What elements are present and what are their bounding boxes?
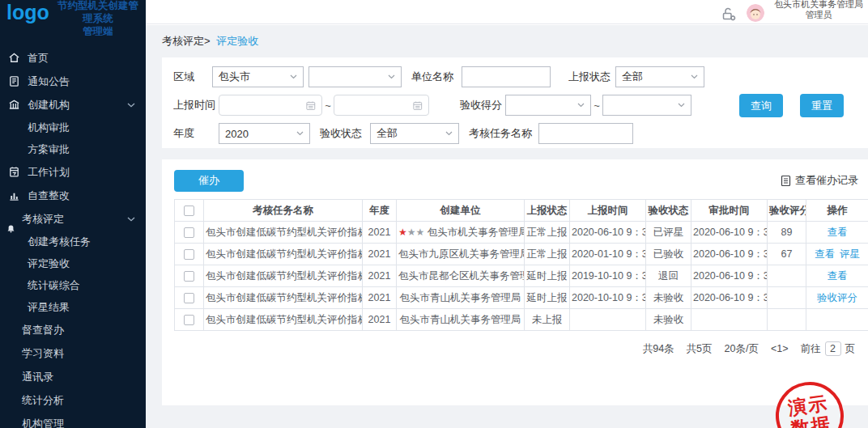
user-role: 管理员	[774, 10, 863, 20]
row-checkbox-cell	[175, 309, 204, 331]
sidebar-item-label: 考核评定	[22, 212, 64, 227]
report-time-from[interactable]	[219, 95, 322, 116]
report-time-to[interactable]	[334, 95, 429, 116]
unit-name-input[interactable]	[468, 67, 544, 87]
action-link[interactable]: 查看	[828, 227, 848, 238]
pagination-pager[interactable]: <1>	[771, 343, 789, 354]
sidebar-item-9[interactable]: 评定验收	[0, 252, 146, 274]
jump-suffix: 页	[845, 342, 856, 356]
tilde: ~	[322, 100, 334, 112]
year-cell: 2021	[363, 222, 397, 244]
score-cell	[768, 265, 806, 287]
region-label: 区域	[173, 70, 212, 84]
sidebar-item-5[interactable]: 工作计划	[0, 160, 146, 184]
chevron-down-icon	[388, 74, 395, 79]
year-cell: 2021	[363, 287, 397, 309]
sidebar-item-1[interactable]: 通知公告	[0, 70, 146, 93]
action-cell	[806, 309, 868, 331]
table-row: 包头市创建低碳节约型机关评价指标2021包头市青山机关事务管理局未上报未验收	[175, 309, 868, 331]
chevron-down-icon	[290, 74, 297, 79]
sidebar-item-14[interactable]: 通讯录	[0, 365, 146, 388]
pagination-total: 共94条	[643, 342, 674, 356]
action-link[interactable]: 查看	[815, 248, 835, 260]
task-name-cell: 包头市创建低碳节约型机关评价指标	[204, 244, 363, 265]
row-checkbox[interactable]	[184, 227, 194, 238]
sidebar-item-13[interactable]: 学习资料	[0, 341, 146, 365]
audit-time-cell: 2020-06-10 9：30	[691, 244, 768, 265]
row-checkbox[interactable]	[184, 249, 194, 260]
sidebar-item-6[interactable]: 自查整改	[0, 184, 146, 207]
report-status-cell: 延时上报	[525, 265, 570, 287]
sidebar-item-label: 机构管理	[22, 417, 64, 428]
reset-button[interactable]: 重置	[800, 94, 844, 117]
sidebar-item-15[interactable]: 统计分析	[0, 388, 146, 412]
report-time-cell: 2020-01-10 9：30	[570, 244, 646, 265]
sidebar-item-7[interactable]: 考核评定	[0, 207, 146, 231]
year-select-value: 2020	[225, 128, 249, 140]
sidebar-item-label: 学习资料	[22, 346, 64, 361]
table-row: 包头市创建低碳节约型机关评价指标2021包头市九原区机关事务管理局正常上报202…	[175, 244, 868, 265]
action-link[interactable]: 评星	[840, 248, 860, 260]
year-cell: 2021	[363, 309, 397, 331]
user-info[interactable]: 包头市机关事务管理局 管理员	[774, 0, 863, 20]
accept-status-cell: 已评星	[646, 222, 691, 244]
sidebar-item-3[interactable]: 机构审批	[0, 117, 146, 138]
sidebar-item-11[interactable]: 评星结果	[0, 296, 146, 318]
task-name-input[interactable]	[545, 124, 627, 143]
column-header-3: 创建单位	[397, 200, 525, 222]
region2-select[interactable]	[308, 66, 402, 87]
unit-name-input-wrap	[462, 66, 551, 87]
report-status-cell: 延时上报	[525, 287, 570, 309]
jump-prefix: 前往	[801, 342, 821, 356]
sidebar-item-10[interactable]: 统计碳综合	[0, 274, 146, 296]
app-title: 节约型机关创建管理系统 管理端	[53, 0, 143, 36]
row-checkbox-cell	[175, 222, 204, 244]
urge-button[interactable]: 催办	[174, 170, 244, 192]
score-from-select[interactable]	[505, 95, 591, 116]
sidebar-item-8[interactable]: 创建考核任务	[0, 231, 146, 252]
logo: logo	[6, 2, 49, 23]
jump-page-input[interactable]: 2	[825, 341, 841, 356]
report-status-cell: 正常上报	[525, 222, 570, 244]
user-avatar[interactable]	[747, 4, 764, 22]
main-content: 考核评定> 评定验收 区域 包头市 单位名称 上报状态 全部	[146, 25, 868, 428]
report-time-from-input[interactable]	[225, 95, 306, 115]
action-link[interactable]: 验收评分	[817, 292, 857, 303]
row-checkbox[interactable]	[184, 315, 194, 325]
report-time-to-input[interactable]	[340, 95, 413, 115]
view-urge-records-link[interactable]: 查看催办记录	[780, 173, 858, 188]
query-button[interactable]: 查询	[739, 94, 783, 117]
sidebar-item-12[interactable]: 督查督办	[0, 318, 146, 341]
report-status-select[interactable]: 全部	[615, 66, 704, 87]
sidebar-item-label: 评定验收	[28, 256, 70, 271]
report-status-cell: 未上报	[525, 309, 570, 331]
lock-gear-icon[interactable]	[721, 6, 737, 22]
row-checkbox[interactable]	[184, 293, 194, 303]
logo-row: logo 节约型机关创建管理系统 管理端	[0, 0, 146, 36]
year-select[interactable]: 2020	[219, 123, 310, 144]
row-checkbox[interactable]	[184, 271, 194, 282]
unit-cell: 包头市青山机关事务管理局	[397, 309, 525, 331]
sidebar-item-2[interactable]: 创建机构	[0, 93, 146, 117]
region-select[interactable]: 包头市	[212, 66, 304, 87]
chevron-down-icon	[127, 103, 135, 108]
year-label: 年度	[173, 126, 219, 141]
sidebar-item-4[interactable]: 方案审批	[0, 138, 146, 160]
sidebar-item-16[interactable]: 机构管理	[0, 412, 146, 428]
app-title-line2: 管理端	[53, 25, 143, 36]
pagination-per-page[interactable]: 20条/页	[725, 342, 759, 356]
score-to-select[interactable]	[602, 95, 691, 116]
table-toolbar: 催办 查看催办记录	[174, 169, 858, 192]
sidebar-menu: 首页通知公告创建机构机构审批方案审批工作计划自查整改考核评定创建考核任务评定验收…	[0, 46, 146, 428]
accept-status-select[interactable]: 全部	[370, 123, 459, 144]
action-link[interactable]: 查看	[828, 270, 848, 282]
filter-row-3: 年度 2020 验收状态 全部 考核任务名称	[173, 121, 868, 146]
sidebar-item-label: 方案审批	[28, 142, 70, 157]
sidebar-item-label: 统计碳综合	[28, 278, 80, 293]
sidebar-item-0[interactable]: 首页	[0, 46, 146, 70]
task-name-cell: 包头市创建低碳节约型机关评价指标	[204, 309, 363, 331]
sidebar-item-label: 创建机构	[28, 98, 70, 112]
breadcrumb-parent[interactable]: 考核评定>	[162, 35, 211, 47]
score-cell	[768, 287, 806, 309]
select-all-checkbox[interactable]	[184, 206, 194, 216]
